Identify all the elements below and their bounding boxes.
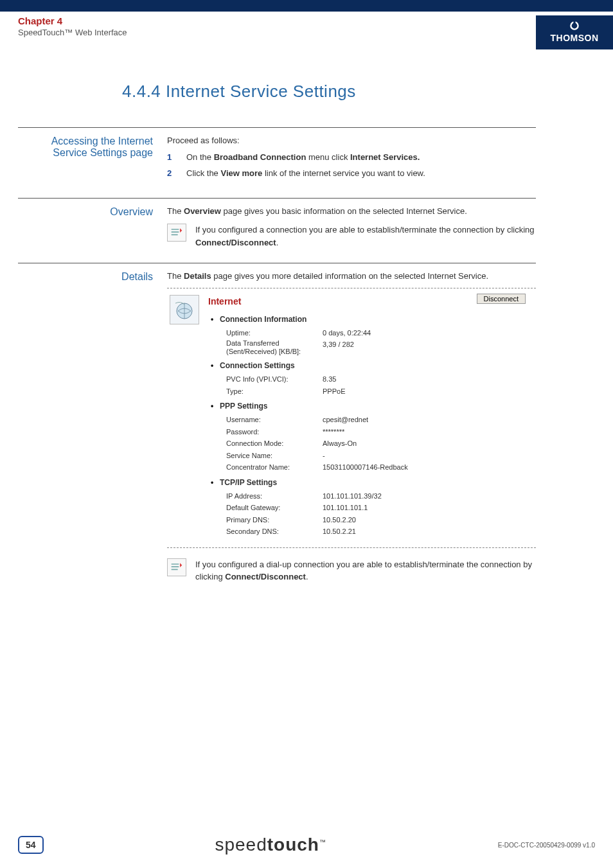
- row-type: Type:PPPoE: [220, 386, 533, 397]
- group-title-conninfo: Connection Information: [220, 314, 533, 325]
- thomson-brand: THOMSON: [549, 33, 600, 43]
- content-details: The Details page gives you more detailed…: [167, 270, 536, 583]
- details-text: The Details page gives you more detailed…: [167, 270, 536, 283]
- details-note: If you configured a dial-up connection y…: [167, 558, 536, 583]
- side-label-details: Details: [18, 270, 167, 583]
- row-dns1: Primary DNS:10.50.2.20: [220, 515, 533, 526]
- trademark-icon: ™: [319, 838, 326, 846]
- page-title: 4.4.4 Internet Service Settings: [122, 82, 613, 102]
- chapter-subtitle: SpeedTouch™ Web Interface: [18, 28, 127, 37]
- row-concentrator: Concentrator Name:15031100007146-Redback: [220, 462, 533, 473]
- step1-num: 1: [167, 151, 186, 164]
- side-label-overview: Overview: [18, 205, 167, 249]
- step1-text: On the Broadband Connection menu click I…: [186, 151, 420, 164]
- row-password: Password:********: [220, 427, 533, 438]
- step-2: 2 Click the View more link of the intern…: [167, 167, 536, 180]
- chapter-title: Chapter 4: [18, 15, 127, 26]
- content-overview: The Overview page gives you basic inform…: [167, 205, 536, 249]
- row-pvc: PVC Info (VPI.VCI):8.35: [220, 374, 533, 385]
- note-icon: [167, 558, 186, 576]
- row-gateway: Default Gateway:101.101.101.1: [220, 502, 533, 513]
- top-bar: [0, 0, 613, 12]
- thomson-ring-icon: [549, 21, 600, 33]
- page-number: 54: [18, 836, 44, 854]
- step2-num: 2: [167, 167, 186, 180]
- note-icon: [167, 224, 186, 242]
- svg-rect-1: [573, 21, 575, 24]
- group-title-connsettings: Connection Settings: [220, 360, 533, 371]
- details-panel: Internet Disconnect Connection Informati…: [167, 288, 536, 548]
- step2-text: Click the View more link of the internet…: [186, 167, 425, 180]
- section-accessing: Accessing the Internet Service Settings …: [18, 127, 536, 184]
- overview-note: If you configured a connection you are a…: [167, 224, 536, 249]
- group-tcpip-settings: TCP/IP Settings IP Address:101.101.101.3…: [208, 477, 533, 537]
- row-service-name: Service Name:-: [220, 450, 533, 461]
- row-uptime: Uptime:0 days, 0:22:44: [220, 328, 533, 339]
- page-header: Chapter 4 SpeedTouch™ Web Interface THOM…: [0, 12, 613, 49]
- accessing-intro: Proceed as follows:: [167, 134, 536, 147]
- step-1: 1 On the Broadband Connection menu click…: [167, 151, 536, 164]
- disconnect-button[interactable]: Disconnect: [477, 294, 526, 304]
- row-username: Username:cpesit@rednet: [220, 414, 533, 425]
- overview-text: The Overview page gives you basic inform…: [167, 205, 536, 218]
- doc-id: E-DOC-CTC-20050429-0099 v1.0: [498, 842, 595, 849]
- group-connection-information: Connection Information Uptime:0 days, 0:…: [208, 314, 533, 357]
- globe-icon: [170, 295, 199, 324]
- row-conn-mode: Connection Mode:Always-On: [220, 438, 533, 449]
- page-footer: 54 speedtouch™ E-DOC-CTC-20050429-0099 v…: [0, 835, 613, 855]
- thomson-badge: THOMSON: [536, 15, 613, 49]
- details-note-text: If you configured a dial-up connection y…: [195, 558, 536, 583]
- group-connection-settings: Connection Settings PVC Info (VPI.VCI):8…: [208, 360, 533, 396]
- overview-note-text: If you configured a connection you are a…: [195, 224, 536, 249]
- row-dns2: Secondary DNS:10.50.2.21: [220, 526, 533, 537]
- section-overview: Overview The Overview page gives you bas…: [18, 198, 536, 249]
- section-details: Details The Details page gives you more …: [18, 263, 536, 583]
- row-ip: IP Address:101.101.101.39/32: [220, 491, 533, 502]
- group-title-tcpip: TCP/IP Settings: [220, 477, 533, 488]
- chapter-block: Chapter 4 SpeedTouch™ Web Interface: [18, 15, 127, 37]
- group-title-ppp: PPP Settings: [220, 400, 533, 412]
- content-accessing: Proceed as follows: 1 On the Broadband C…: [167, 134, 536, 184]
- group-ppp-settings: PPP Settings Username:cpesit@rednet Pass…: [208, 400, 533, 473]
- side-label-accessing: Accessing the Internet Service Settings …: [18, 134, 167, 184]
- panel-body: Internet Disconnect Connection Informati…: [208, 295, 533, 541]
- row-data-transferred: Data Transferred (Sent/Received) [KB/B]:…: [220, 339, 533, 356]
- speedtouch-logo: speedtouch™: [215, 835, 326, 855]
